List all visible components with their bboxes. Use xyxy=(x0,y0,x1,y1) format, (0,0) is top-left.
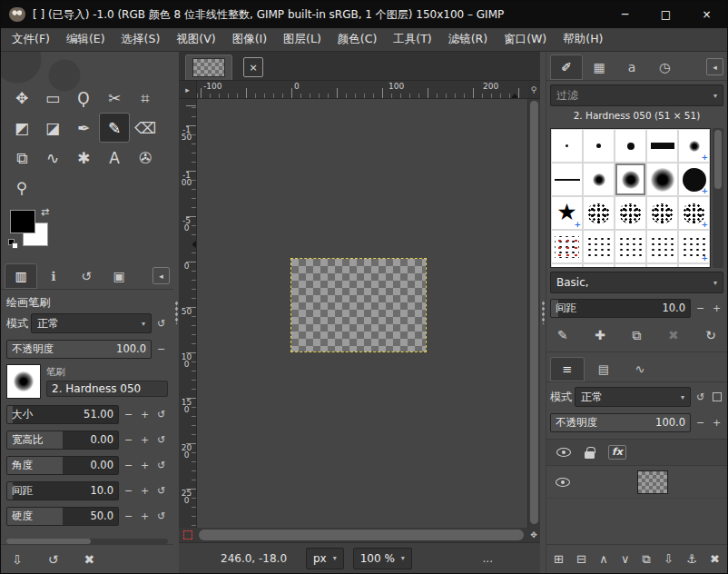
dock-tab-paths[interactable]: ∿ xyxy=(623,357,657,381)
brush-cell[interactable]: + xyxy=(678,163,710,196)
brush-cell[interactable] xyxy=(615,263,646,268)
slider[interactable]: 角度 0.00 xyxy=(6,456,119,475)
brush-cell[interactable] xyxy=(551,263,583,268)
brush-cell[interactable] xyxy=(615,196,646,230)
dock-tab-layers[interactable]: ≡ xyxy=(550,357,585,381)
tool-paintbrush[interactable]: ✎ xyxy=(99,113,130,143)
reset-button[interactable]: ↺ xyxy=(154,482,168,500)
edit-brush-button[interactable]: ✎ xyxy=(557,328,568,342)
default-colors-icon[interactable] xyxy=(8,239,19,250)
brush-cell[interactable] xyxy=(646,230,678,263)
increase-spacing-button[interactable]: + xyxy=(710,300,723,317)
decrease-button[interactable]: − xyxy=(122,406,135,423)
increase-button[interactable]: + xyxy=(138,508,152,525)
increase-button[interactable]: + xyxy=(138,406,152,423)
menu-layer[interactable]: 图层(L) xyxy=(275,28,330,51)
horizontal-scrollbar[interactable] xyxy=(197,528,527,542)
quick-mask-toggle[interactable] xyxy=(179,528,197,542)
zoom-follow-window-button[interactable]: ⚲ xyxy=(527,81,540,99)
delete-layer-button[interactable]: ✖ xyxy=(710,552,720,566)
brush-grid-scrollbar[interactable] xyxy=(713,128,723,268)
brush-cell[interactable] xyxy=(583,196,615,230)
brush-cell[interactable]: + xyxy=(678,230,710,263)
mode-switch-button[interactable] xyxy=(710,389,723,406)
tool-airbrush[interactable]: ✱ xyxy=(68,143,99,173)
tool-move[interactable]: ✥ xyxy=(6,83,37,113)
lock-icon[interactable] xyxy=(585,451,595,459)
menu-image[interactable]: 图像(I) xyxy=(224,28,275,51)
brush-cell[interactable] xyxy=(583,129,615,163)
brush-cell[interactable] xyxy=(646,163,678,196)
tool-options-scrollbar[interactable] xyxy=(6,539,168,544)
dock-tab-patterns[interactable]: ▦ xyxy=(583,54,615,80)
brush-cell[interactable] xyxy=(646,129,678,163)
image-tab-close-button[interactable]: × xyxy=(243,57,263,77)
dock-tab-document-history[interactable]: ◷ xyxy=(648,54,681,80)
vertical-ruler[interactable]: -150-100-50050100150200250 xyxy=(179,99,197,528)
image-tab[interactable] xyxy=(185,54,232,80)
tool-ink[interactable]: ✒ xyxy=(68,113,99,143)
dock-tab-tool-options[interactable]: ▥ xyxy=(5,263,37,289)
scrollbar-thumb[interactable] xyxy=(199,529,524,540)
titlebar[interactable]: [ ] (已导入) -1.0 (RGB 颜色 8 位非线性整数, GIMP bu… xyxy=(1,1,727,28)
menu-help[interactable]: 帮助(H) xyxy=(555,28,611,51)
reset-layer-mode-button[interactable]: ↺ xyxy=(694,389,707,406)
save-tool-preset-button[interactable]: ⇩ xyxy=(12,552,23,567)
brush-cell[interactable] xyxy=(678,263,710,268)
increase-button[interactable]: + xyxy=(138,431,152,449)
layer-effects-button[interactable]: fx xyxy=(608,445,626,460)
brush-spacing-slider[interactable]: 间距 10.0 xyxy=(550,299,691,318)
increase-button[interactable]: + xyxy=(138,457,152,474)
duplicate-layer-button[interactable]: ⧉ xyxy=(643,552,651,567)
refresh-brushes-button[interactable]: ↻ xyxy=(705,328,716,342)
brush-preview-button[interactable] xyxy=(6,364,41,399)
tool-crop[interactable]: ⌗ xyxy=(130,83,161,113)
scrollbar-thumb[interactable] xyxy=(6,539,91,544)
dock-tab-fonts[interactable]: a xyxy=(615,54,648,80)
decrease-button[interactable]: − xyxy=(122,457,135,474)
menu-view[interactable]: 视图(V) xyxy=(168,28,223,51)
decrease-layer-opacity-button[interactable]: − xyxy=(694,414,707,431)
layer-visibility-icon[interactable] xyxy=(556,478,570,487)
decrease-opacity-button[interactable]: − xyxy=(154,341,168,358)
close-button[interactable]: × xyxy=(686,1,727,28)
brush-cell[interactable]: + xyxy=(551,196,583,230)
opacity-slider[interactable]: 不透明度 100.0 xyxy=(6,340,152,359)
visibility-toggle-icon[interactable] xyxy=(556,448,571,457)
tool-rectangle-select[interactable]: ▭ xyxy=(37,83,68,113)
menu-file[interactable]: 文件(F) xyxy=(4,28,58,51)
dock-tab-channels[interactable]: ▤ xyxy=(586,357,621,381)
tool-clone[interactable]: ⧉ xyxy=(6,143,37,173)
menu-select[interactable]: 选择(S) xyxy=(113,28,169,51)
layer-opacity-slider[interactable]: 不透明度 100.0 xyxy=(550,413,691,432)
lower-layer-button[interactable]: ∨ xyxy=(621,552,630,566)
reset-button[interactable]: ↺ xyxy=(154,508,168,525)
foreground-color-swatch[interactable] xyxy=(10,210,35,233)
image-layer[interactable] xyxy=(291,259,426,351)
increase-button[interactable]: + xyxy=(138,482,152,500)
horizontal-ruler[interactable]: -1000100200 xyxy=(197,81,527,99)
brush-cell[interactable] xyxy=(583,163,615,196)
reset-button[interactable]: ↺ xyxy=(154,457,168,474)
paint-mode-select[interactable]: 正常 ▾ xyxy=(31,313,152,333)
brush-cell[interactable] xyxy=(551,129,583,163)
new-brush-button[interactable]: ✚ xyxy=(595,328,605,342)
delete-tool-preset-button[interactable]: ✖ xyxy=(84,552,94,567)
tool-free-select[interactable]: Ϙ xyxy=(68,83,99,113)
layer-list-item[interactable] xyxy=(546,466,727,499)
tool-smudge[interactable]: ∿ xyxy=(37,143,68,173)
navigation-button[interactable]: ✥ xyxy=(527,528,540,542)
dock-menu-button[interactable]: ◂ xyxy=(706,58,723,75)
new-group-button[interactable]: ⊟ xyxy=(576,552,586,566)
maximize-button[interactable]: □ xyxy=(645,1,686,28)
ruler-corner-button[interactable]: ▸ xyxy=(179,81,197,99)
tool-flip[interactable]: ◪ xyxy=(37,113,68,143)
increase-layer-opacity-button[interactable]: + xyxy=(710,414,723,431)
reset-button[interactable]: ↺ xyxy=(154,431,168,449)
scrollbar-thumb[interactable] xyxy=(530,101,538,524)
dock-tab-undo-history[interactable]: ↺ xyxy=(70,263,103,289)
brush-cell[interactable] xyxy=(551,163,583,196)
raise-layer-button[interactable]: ∧ xyxy=(599,552,608,566)
brush-name-field[interactable]: 2. Hardness 050 xyxy=(46,381,168,397)
menu-tools[interactable]: 工具(T) xyxy=(385,28,439,51)
